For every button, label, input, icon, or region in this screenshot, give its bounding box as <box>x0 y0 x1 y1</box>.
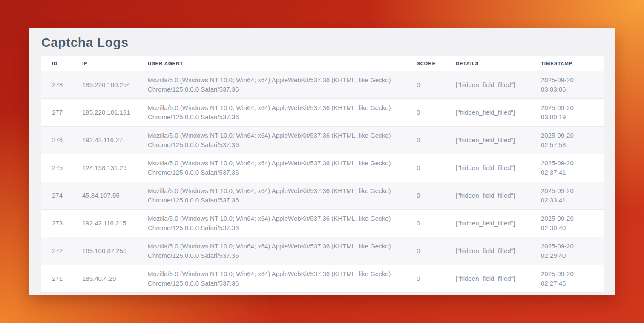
cell-ip: 185.220.100.254 <box>72 71 137 99</box>
cell-details: ["hidden_field_filled"] <box>445 237 530 265</box>
cell-details: ["hidden_field_filled"] <box>445 182 530 210</box>
table-row: 278185.220.100.254Mozilla/5.0 (Windows N… <box>41 71 604 99</box>
cell-details: ["hidden_field_filled"] <box>445 71 530 99</box>
cell-score: 0 <box>406 71 445 99</box>
cell-ip: 45.84.107.55 <box>72 182 137 210</box>
captcha-logs-card: Captcha Logs IDIPUSER AGENTSCOREDETAILST… <box>29 28 615 295</box>
column-header-id: ID <box>41 56 72 71</box>
table-row: 271185.40.4.29Mozilla/5.0 (Windows NT 10… <box>41 265 604 293</box>
cell-ip: 192.42.116.215 <box>72 210 137 237</box>
cell-timestamp: 2025-09-20 03:03:06 <box>530 71 604 99</box>
table-row: 27445.84.107.55Mozilla/5.0 (Windows NT 1… <box>41 182 604 210</box>
captcha-logs-table: IDIPUSER AGENTSCOREDETAILSTIMESTAMP 2781… <box>41 56 604 293</box>
column-header-ip: IP <box>72 56 137 71</box>
cell-details: ["hidden_field_filled"] <box>445 127 530 154</box>
cell-id: 277 <box>41 99 72 127</box>
cell-ip: 192.42.116.27 <box>72 127 137 154</box>
cell-ip: 185.220.101.131 <box>72 99 137 127</box>
cell-id: 275 <box>41 154 72 182</box>
cell-user_agent: Mozilla/5.0 (Windows NT 10.0; Win64; x64… <box>137 182 406 210</box>
cell-timestamp: 2025-09-20 02:30:40 <box>530 210 604 237</box>
cell-score: 0 <box>406 182 445 210</box>
table-row: 276192.42.116.27Mozilla/5.0 (Windows NT … <box>41 127 604 154</box>
table-row: 272185.100.87.250Mozilla/5.0 (Windows NT… <box>41 237 604 265</box>
cell-user_agent: Mozilla/5.0 (Windows NT 10.0; Win64; x64… <box>137 71 406 99</box>
cell-score: 0 <box>406 99 445 127</box>
cell-timestamp: 2025-09-20 03:00:19 <box>530 99 604 127</box>
cell-ip: 185.100.87.250 <box>72 237 137 265</box>
cell-score: 0 <box>406 210 445 237</box>
column-header-timestamp: TIMESTAMP <box>530 56 604 71</box>
table-row: 277185.220.101.131Mozilla/5.0 (Windows N… <box>41 99 604 127</box>
cell-id: 276 <box>41 127 72 154</box>
cell-ip: 185.40.4.29 <box>72 265 137 293</box>
cell-timestamp: 2025-09-20 02:37:41 <box>530 154 604 182</box>
cell-id: 272 <box>41 237 72 265</box>
page-title: Captcha Logs <box>29 28 615 56</box>
cell-id: 278 <box>41 71 72 99</box>
cell-user_agent: Mozilla/5.0 (Windows NT 10.0; Win64; x64… <box>137 154 406 182</box>
table-header-row: IDIPUSER AGENTSCOREDETAILSTIMESTAMP <box>41 56 604 71</box>
cell-timestamp: 2025-09-20 02:29:40 <box>530 237 604 265</box>
cell-user_agent: Mozilla/5.0 (Windows NT 10.0; Win64; x64… <box>137 99 406 127</box>
column-header-details: DETAILS <box>445 56 530 71</box>
cell-timestamp: 2025-09-20 02:57:53 <box>530 127 604 154</box>
cell-user_agent: Mozilla/5.0 (Windows NT 10.0; Win64; x64… <box>137 265 406 293</box>
cell-score: 0 <box>406 127 445 154</box>
cell-details: ["hidden_field_filled"] <box>445 154 530 182</box>
cell-user_agent: Mozilla/5.0 (Windows NT 10.0; Win64; x64… <box>137 237 406 265</box>
table-row: 273192.42.116.215Mozilla/5.0 (Windows NT… <box>41 210 604 237</box>
cell-score: 0 <box>406 154 445 182</box>
column-header-score: SCORE <box>406 56 445 71</box>
cell-ip: 124.198.131.29 <box>72 154 137 182</box>
cell-user_agent: Mozilla/5.0 (Windows NT 10.0; Win64; x64… <box>137 127 406 154</box>
cell-timestamp: 2025-09-20 02:33:41 <box>530 182 604 210</box>
table-row: 275124.198.131.29Mozilla/5.0 (Windows NT… <box>41 154 604 182</box>
column-header-user_agent: USER AGENT <box>137 56 406 71</box>
cell-id: 274 <box>41 182 72 210</box>
cell-details: ["hidden_field_filled"] <box>445 265 530 293</box>
cell-details: ["hidden_field_filled"] <box>445 210 530 237</box>
cell-score: 0 <box>406 237 445 265</box>
table-body: 278185.220.100.254Mozilla/5.0 (Windows N… <box>41 71 604 293</box>
cell-details: ["hidden_field_filled"] <box>445 99 530 127</box>
cell-timestamp: 2025-09-20 02:27:45 <box>530 265 604 293</box>
cell-id: 273 <box>41 210 72 237</box>
cell-score: 0 <box>406 265 445 293</box>
cell-id: 271 <box>41 265 72 293</box>
cell-user_agent: Mozilla/5.0 (Windows NT 10.0; Win64; x64… <box>137 210 406 237</box>
